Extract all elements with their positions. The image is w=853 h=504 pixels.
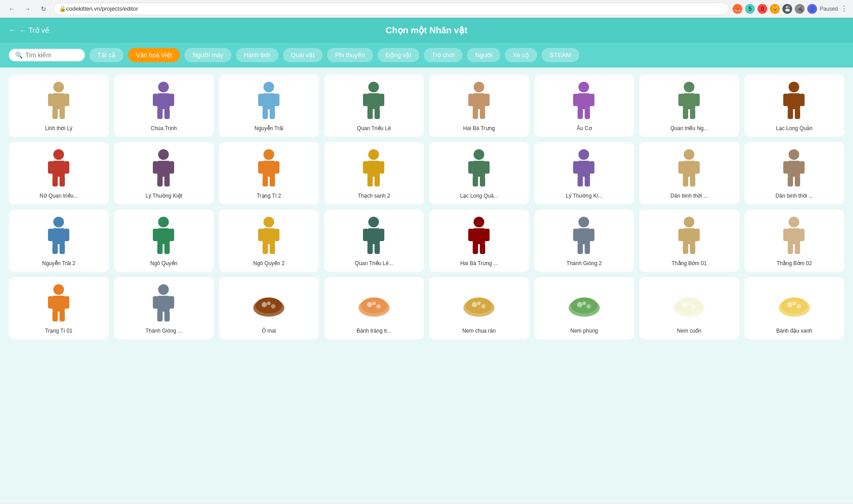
- svg-rect-151: [157, 296, 170, 312]
- character-name: Thằng Bờm 01: [672, 260, 707, 267]
- character-image: [749, 79, 840, 123]
- filter-btn-nguoi[interactable]: Người: [467, 48, 500, 62]
- svg-point-66: [368, 149, 379, 160]
- svg-rect-34: [578, 108, 583, 119]
- svg-rect-19: [367, 93, 380, 109]
- character-card[interactable]: Bánh tráng tr...: [324, 277, 424, 339]
- svg-rect-147: [64, 296, 69, 309]
- svg-point-165: [372, 302, 376, 305]
- svg-rect-123: [484, 229, 490, 241]
- svg-rect-85: [683, 161, 695, 177]
- extension-icon-1[interactable]: 🦊: [733, 4, 742, 14]
- filter-btn-xeco[interactable]: Xe cộ: [505, 48, 537, 62]
- filter-btn-trochoi[interactable]: Trò chơi: [424, 48, 462, 62]
- character-card[interactable]: Dân binh thời ...: [745, 142, 845, 204]
- character-card[interactable]: Nguyễn Trãi: [219, 75, 319, 137]
- character-card[interactable]: Nem phùng: [534, 277, 634, 339]
- svg-rect-40: [683, 108, 688, 119]
- character-card[interactable]: Nữ Quan triều...: [9, 142, 109, 204]
- character-card[interactable]: Quan Triều Lê...: [324, 210, 424, 272]
- character-card[interactable]: Hai Bà Trưng ...: [429, 210, 529, 272]
- character-card[interactable]: Âu Cơ: [534, 75, 634, 137]
- svg-rect-112: [263, 243, 268, 254]
- svg-rect-8: [153, 94, 158, 106]
- extension-icon-6[interactable]: 🔌: [795, 4, 805, 14]
- back-nav-button[interactable]: ←: [5, 3, 18, 15]
- svg-rect-109: [263, 228, 275, 244]
- search-input[interactable]: [25, 52, 79, 59]
- character-card[interactable]: Bánh đậu xanh: [745, 277, 845, 339]
- svg-rect-80: [573, 161, 578, 174]
- filter-btn-phithuyen[interactable]: Phi thuyền: [327, 48, 373, 62]
- character-image: [644, 282, 735, 325]
- character-card[interactable]: Ngô Quyền: [114, 210, 214, 272]
- extension-icon-2[interactable]: 5: [745, 4, 755, 14]
- svg-rect-59: [164, 176, 170, 187]
- reload-button[interactable]: ↻: [37, 3, 50, 15]
- character-card[interactable]: Lạc Long Quâ...: [429, 142, 529, 204]
- svg-rect-149: [60, 311, 65, 321]
- extension-icon-4[interactable]: 🐱: [770, 4, 780, 14]
- character-name: Thánh Gióng 2: [566, 260, 602, 267]
- character-card[interactable]: Quan triều Ng...: [639, 75, 739, 137]
- character-card[interactable]: Lý Thường Kiệt: [114, 142, 214, 204]
- character-card[interactable]: Lạc Long Quân: [745, 75, 845, 137]
- filter-btn-hanhtinh[interactable]: Hành tinh: [236, 48, 279, 62]
- character-name: Ngô Quyền: [150, 260, 177, 267]
- svg-rect-148: [52, 311, 58, 321]
- character-card[interactable]: Dân binh thời ...: [639, 142, 739, 204]
- svg-rect-86: [678, 161, 684, 174]
- character-card[interactable]: Chúa Trịnh: [114, 75, 214, 137]
- character-card[interactable]: Thằng Bờm 02: [745, 210, 845, 272]
- svg-rect-153: [169, 296, 174, 309]
- svg-point-114: [368, 217, 379, 227]
- forward-nav-button[interactable]: →: [21, 3, 34, 15]
- browser-actions: 🦊 5 0 🐱 💾 🔌 👤 Paused ⋮: [733, 4, 848, 14]
- extension-icon-5[interactable]: 💾: [782, 4, 792, 14]
- character-card[interactable]: Nguyễn Trãi 2: [9, 210, 109, 272]
- filter-btn-steam[interactable]: STEAM: [542, 48, 579, 62]
- character-card[interactable]: Trạng Tí 2: [219, 142, 319, 204]
- svg-rect-118: [367, 243, 373, 254]
- character-grid: Linh thời Lý Chúa Trịnh Nguyễn Trãi: [9, 75, 844, 339]
- character-card[interactable]: Lý Thường Ki...: [534, 142, 634, 204]
- filter-btn-dongvat[interactable]: Động vật: [378, 48, 419, 62]
- svg-point-150: [158, 284, 169, 295]
- character-card[interactable]: Nem chua rán: [429, 277, 529, 339]
- character-card[interactable]: Thánh Gióng ...: [114, 277, 214, 339]
- svg-rect-27: [484, 94, 490, 106]
- svg-rect-38: [678, 94, 684, 106]
- filter-btn-nguoimay[interactable]: Người máy: [184, 48, 231, 62]
- menu-dots[interactable]: ⋮: [841, 4, 848, 13]
- character-card[interactable]: Trạng Tí 01: [9, 277, 109, 339]
- search-box[interactable]: 🔍: [9, 49, 85, 61]
- filter-btn-quaivat[interactable]: Quái vật: [283, 48, 323, 62]
- profile-icon[interactable]: 👤: [807, 4, 817, 14]
- svg-rect-58: [157, 176, 163, 187]
- back-label: ← Trở về: [20, 26, 49, 35]
- svg-rect-140: [783, 229, 789, 241]
- svg-rect-43: [788, 93, 800, 109]
- extension-icon-3[interactable]: 0: [757, 4, 767, 14]
- svg-rect-10: [157, 108, 163, 119]
- character-card[interactable]: Thạch sanh 2: [324, 142, 424, 204]
- character-image: [434, 282, 525, 325]
- filter-btn-all[interactable]: Tất cả: [89, 48, 124, 62]
- back-button[interactable]: ← ← Trở về: [9, 26, 49, 35]
- character-name: Bánh đậu xanh: [776, 328, 812, 335]
- svg-rect-52: [52, 176, 58, 187]
- character-card[interactable]: Quan Triều Lê: [324, 75, 424, 137]
- svg-rect-37: [683, 93, 695, 109]
- character-card[interactable]: Thánh Gióng 2: [534, 210, 634, 272]
- character-card[interactable]: Thằng Bờm 01: [639, 210, 739, 272]
- character-card[interactable]: Nem cuốn: [639, 277, 739, 339]
- address-bar[interactable]: 🔒 codekitten.vn/projects/editor: [53, 3, 729, 15]
- svg-rect-97: [52, 228, 65, 244]
- character-card[interactable]: Hai Bà Trưng: [429, 75, 529, 137]
- character-card[interactable]: Ngô Quyền 2: [219, 210, 319, 272]
- svg-point-177: [676, 298, 702, 314]
- character-name: Ô mai: [262, 328, 276, 335]
- character-card[interactable]: Linh thời Lý: [9, 75, 109, 137]
- character-card[interactable]: Ô mai: [219, 277, 319, 339]
- filter-btn-vanhoa[interactable]: Văn hoá Việt: [128, 48, 180, 62]
